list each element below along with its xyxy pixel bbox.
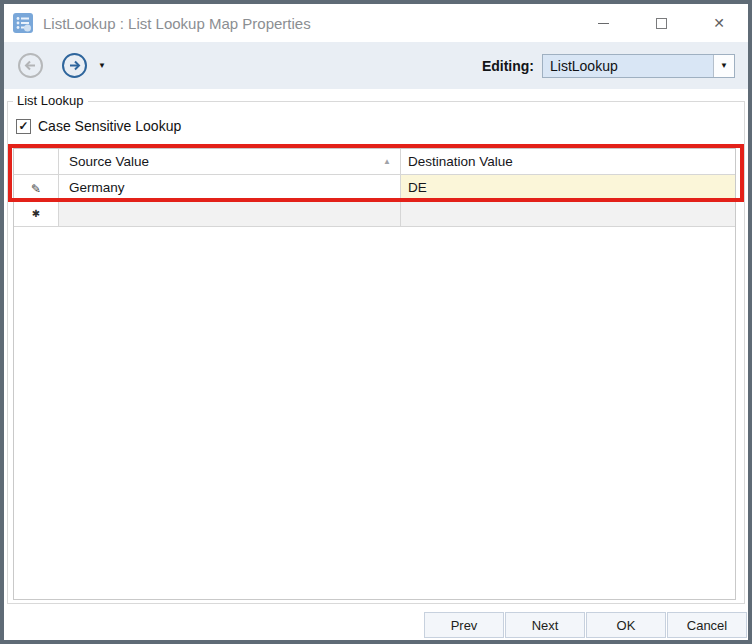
- editing-label: Editing:: [482, 58, 534, 74]
- maximize-button[interactable]: [632, 4, 690, 42]
- close-icon: ✕: [713, 16, 725, 30]
- maximize-icon: [656, 18, 667, 29]
- next-button[interactable]: Next: [505, 612, 585, 638]
- grid-row-germany: ✎ Germany DE: [14, 175, 735, 201]
- title-bar: ListLookup : List Lookup Map Properties …: [4, 4, 748, 42]
- column-header-label: Source Value: [69, 154, 149, 169]
- editing-combobox-value: ListLookup: [543, 58, 713, 74]
- case-sensitive-checkbox[interactable]: ✓ Case Sensitive Lookup: [16, 118, 181, 134]
- cell-destination-value[interactable]: DE: [401, 175, 735, 201]
- cell-new-destination[interactable]: [401, 201, 735, 227]
- close-button[interactable]: ✕: [690, 4, 748, 42]
- window-title: ListLookup : List Lookup Map Properties: [43, 15, 311, 32]
- arrow-left-icon: [17, 52, 44, 79]
- arrow-right-icon: [61, 52, 88, 79]
- prev-button[interactable]: Prev: [424, 612, 504, 638]
- window-controls: ✕: [574, 4, 748, 42]
- checkbox-label: Case Sensitive Lookup: [38, 118, 181, 134]
- sort-ascending-icon: ▲: [383, 158, 391, 166]
- footer: Prev Next OK Cancel: [423, 612, 747, 638]
- forward-button[interactable]: [61, 52, 88, 79]
- grid-corner-cell[interactable]: [14, 149, 59, 175]
- editing-group: Editing: ListLookup ▼: [482, 54, 735, 78]
- minimize-button[interactable]: [574, 4, 632, 42]
- grid-header-row: Source Value ▲ Destination Value: [14, 149, 735, 175]
- toolbar: ▼ Editing: ListLookup ▼: [4, 42, 748, 89]
- checkbox-checked-icon: ✓: [16, 119, 31, 134]
- list-lookup-groupbox: List Lookup ✓ Case Sensitive Lookup Sour…: [7, 101, 745, 604]
- chevron-down-icon: ▼: [720, 62, 728, 70]
- dialog-content: List Lookup ✓ Case Sensitive Lookup Sour…: [4, 89, 748, 640]
- row-header-edit-indicator[interactable]: ✎: [14, 175, 59, 201]
- app-icon: [12, 12, 34, 34]
- column-header-label: Destination Value: [408, 154, 513, 169]
- groupbox-title: List Lookup: [13, 93, 88, 108]
- column-header-destination-value[interactable]: Destination Value: [401, 149, 735, 175]
- cell-new-source[interactable]: [59, 201, 401, 227]
- column-header-source-value[interactable]: Source Value ▲: [59, 149, 401, 175]
- ok-button[interactable]: OK: [586, 612, 666, 638]
- minimize-icon: [598, 23, 609, 24]
- row-header-new-indicator[interactable]: ✱: [14, 201, 59, 227]
- cancel-button[interactable]: Cancel: [667, 612, 747, 638]
- back-button[interactable]: [17, 52, 44, 79]
- grid-empty-area: [14, 227, 735, 599]
- grid-new-row: ✱: [14, 201, 735, 227]
- combobox-dropdown-button[interactable]: ▼: [713, 55, 734, 77]
- pencil-icon: ✎: [31, 183, 41, 195]
- forward-menu-caret-icon[interactable]: ▼: [98, 62, 106, 70]
- lookup-grid: Source Value ▲ Destination Value ✎ Germa…: [13, 148, 736, 600]
- new-row-icon: ✱: [32, 209, 40, 219]
- editing-combobox[interactable]: ListLookup ▼: [542, 54, 735, 78]
- dialog-window: ListLookup : List Lookup Map Properties …: [0, 0, 752, 644]
- cell-source-value[interactable]: Germany: [59, 175, 401, 201]
